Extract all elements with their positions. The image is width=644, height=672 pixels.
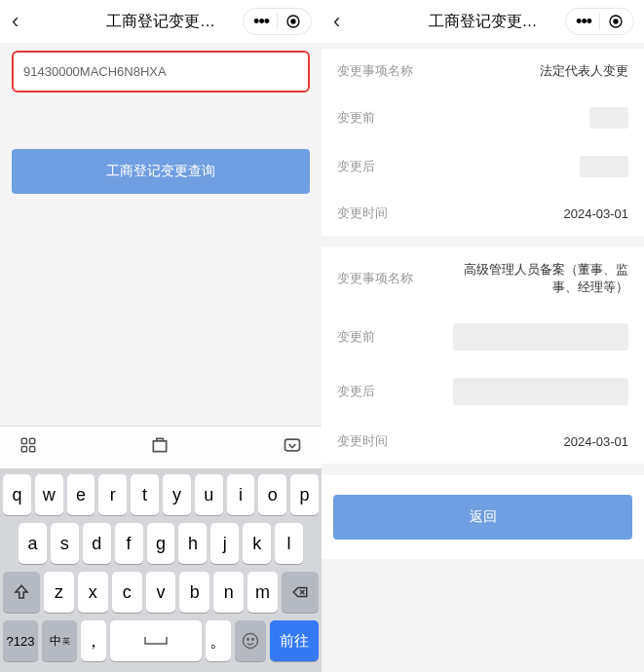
key-g[interactable]: g	[147, 523, 175, 564]
svg-rect-2	[21, 438, 26, 443]
close-app-icon[interactable]	[600, 14, 624, 29]
header: ‹ 工商登记变更… •••	[322, 0, 644, 43]
label: 变更时间	[337, 432, 388, 450]
key-t[interactable]: t	[131, 474, 159, 515]
row-after: 变更后	[322, 364, 644, 419]
row-change-name: 变更事项名称 高级管理人员备案（董事、监事、经理等）	[322, 247, 644, 310]
label: 变更事项名称	[337, 62, 413, 80]
key-row-3: z x c v b n m	[3, 572, 319, 613]
key-c[interactable]: c	[112, 572, 142, 613]
back-icon[interactable]: ‹	[333, 9, 357, 34]
page-title: 工商登记变更…	[106, 12, 215, 32]
svg-rect-5	[30, 447, 35, 452]
row-after: 变更后	[322, 142, 644, 191]
label: 变更后	[337, 158, 375, 175]
key-r[interactable]: r	[98, 474, 127, 515]
key-h[interactable]: h	[178, 523, 207, 564]
key-i[interactable]: i	[227, 474, 255, 515]
key-j[interactable]: j	[210, 523, 239, 564]
screen-results: ‹ 工商登记变更… ••• 变更事项名称 法定代表人变更 变更前 变更后 变更时…	[322, 0, 644, 672]
highlighted-input-wrap	[12, 51, 310, 93]
key-language[interactable]: 中英	[42, 620, 77, 661]
row-time: 变更时间 2024-03-01	[322, 191, 644, 236]
svg-point-8	[247, 639, 249, 641]
collapse-keyboard-icon[interactable]	[283, 435, 302, 460]
key-m[interactable]: m	[247, 572, 278, 613]
soft-keyboard: q w e r t y u i o p a s d f g h j k l z	[0, 468, 322, 672]
credit-code-input[interactable]	[14, 53, 308, 91]
key-e[interactable]: e	[67, 474, 95, 515]
key-period[interactable]: 。	[206, 620, 231, 661]
value: 2024-03-01	[564, 206, 629, 221]
change-block-2: 变更事项名称 高级管理人员备案（董事、监事、经理等） 变更前 变更后 变更时间 …	[322, 247, 644, 464]
spacer	[0, 194, 322, 426]
query-button[interactable]: 工商登记变更查询	[12, 149, 310, 194]
row-before: 变更前	[322, 310, 644, 364]
screen-query: ‹ 工商登记变更… ••• 工商登记变更查询 q w e r t	[0, 0, 322, 672]
key-numeric[interactable]: ?123	[3, 620, 38, 661]
key-k[interactable]: k	[243, 523, 271, 564]
value: 法定代表人变更	[540, 62, 628, 80]
key-s[interactable]: s	[51, 523, 79, 564]
key-row-1: q w e r t y u i o p	[3, 474, 319, 515]
key-y[interactable]: y	[163, 474, 191, 515]
svg-point-9	[252, 639, 254, 641]
key-shift[interactable]	[3, 572, 40, 613]
svg-point-1	[290, 19, 295, 23]
key-w[interactable]: w	[35, 474, 63, 515]
value: 2024-03-01	[564, 434, 629, 449]
capsule-menu: •••	[565, 8, 634, 35]
key-comma[interactable]: ，	[81, 620, 106, 661]
keyboard-toolbar	[0, 426, 322, 468]
key-u[interactable]: u	[195, 474, 223, 515]
lang-sub: 英	[62, 636, 70, 647]
key-b[interactable]: b	[179, 572, 209, 613]
key-n[interactable]: n	[213, 572, 244, 613]
row-time: 变更时间 2024-03-01	[322, 419, 644, 464]
svg-rect-4	[21, 447, 26, 452]
key-x[interactable]: x	[78, 572, 108, 613]
row-change-name: 变更事项名称 法定代表人变更	[322, 49, 644, 93]
row-before: 变更前	[322, 93, 644, 142]
return-button[interactable]: 返回	[333, 495, 632, 540]
key-v[interactable]: v	[146, 572, 176, 613]
key-space[interactable]	[110, 620, 202, 661]
key-backspace[interactable]	[282, 572, 319, 613]
label: 变更时间	[337, 205, 388, 222]
svg-rect-3	[30, 438, 35, 443]
label: 变更前	[337, 328, 375, 346]
lang-main: 中	[50, 633, 61, 650]
svg-rect-6	[285, 439, 300, 451]
redacted-value	[453, 378, 628, 405]
key-o[interactable]: o	[258, 474, 286, 515]
key-d[interactable]: d	[83, 523, 111, 564]
change-block-1: 变更事项名称 法定代表人变更 变更前 变更后 变更时间 2024-03-01	[322, 49, 644, 236]
label: 变更后	[337, 383, 375, 400]
key-row-2: a s d f g h j k l	[3, 523, 319, 564]
redacted-value	[453, 323, 628, 351]
more-icon[interactable]: •••	[253, 13, 278, 30]
key-emoji[interactable]	[235, 620, 266, 661]
key-row-4: ?123 中英 ， 。 前往	[3, 620, 319, 661]
label: 变更前	[337, 109, 375, 127]
value: 高级管理人员备案（董事、监事、经理等）	[453, 261, 628, 296]
svg-point-7	[244, 634, 258, 649]
key-p[interactable]: p	[290, 474, 319, 515]
more-icon[interactable]: •••	[576, 13, 600, 30]
key-q[interactable]: q	[3, 474, 31, 515]
clipboard-icon[interactable]	[150, 435, 170, 460]
redacted-value	[589, 107, 628, 129]
grid-icon[interactable]	[19, 436, 37, 459]
key-z[interactable]: z	[44, 572, 74, 613]
label: 变更事项名称	[337, 270, 413, 287]
key-a[interactable]: a	[19, 523, 47, 564]
return-wrap: 返回	[322, 475, 644, 559]
key-f[interactable]: f	[115, 523, 143, 564]
key-l[interactable]: l	[275, 523, 303, 564]
svg-point-11	[613, 19, 618, 23]
key-go[interactable]: 前往	[270, 620, 319, 661]
back-icon[interactable]: ‹	[12, 9, 35, 34]
close-app-icon[interactable]	[278, 14, 301, 29]
header: ‹ 工商登记变更… •••	[0, 0, 322, 43]
page-title: 工商登记变更…	[429, 12, 538, 32]
